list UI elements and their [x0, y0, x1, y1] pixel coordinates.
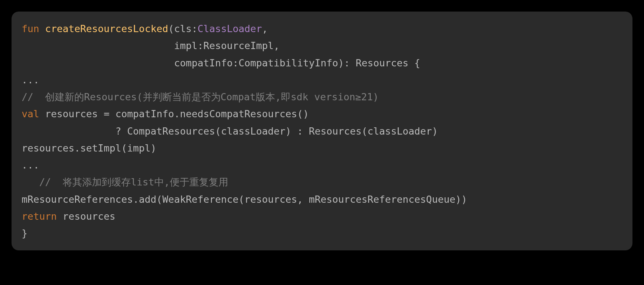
keyword-fun: fun: [22, 23, 39, 34]
comma: ,: [262, 23, 268, 34]
code-line-6: val resources = compatInfo.needsCompatRe…: [22, 108, 309, 119]
line6-rest: resources = compatInfo.needsCompatResour…: [39, 108, 309, 119]
code-line-3: compatInfo:CompatibilityInfo): Resources…: [22, 57, 420, 69]
code-line-2: impl:ResourceImpl,: [22, 40, 279, 51]
code-line-10-comment: // 将其添加到缓存list中,便于重复复用: [22, 176, 228, 188]
code-block: fun createResourcesLocked(cls:ClassLoade…: [12, 12, 632, 250]
code-line-8: resources.setImpl(impl): [22, 142, 156, 154]
line12-rest: resources: [57, 211, 116, 222]
code-line-11: mResourceReferences.add(WeakReference(re…: [22, 194, 467, 205]
code-line-9: ...: [22, 159, 39, 171]
keyword-return: return: [22, 211, 57, 222]
param-open: (cls:: [168, 23, 197, 34]
code-line-12: return resources: [22, 211, 115, 222]
keyword-val: val: [22, 108, 39, 119]
code-line-4: ...: [22, 74, 39, 86]
type-classloader: ClassLoader: [198, 23, 262, 34]
code-line-7: ? CompatResources(classLoader) : Resourc…: [22, 126, 438, 137]
code-line-13: }: [22, 228, 27, 239]
function-name: createResourcesLocked: [39, 23, 168, 34]
code-line-1: fun createResourcesLocked(cls:ClassLoade…: [22, 23, 268, 34]
code-line-5-comment: // 创建新的Resources(并判断当前是否为Compat版本,即sdk v…: [22, 91, 379, 102]
